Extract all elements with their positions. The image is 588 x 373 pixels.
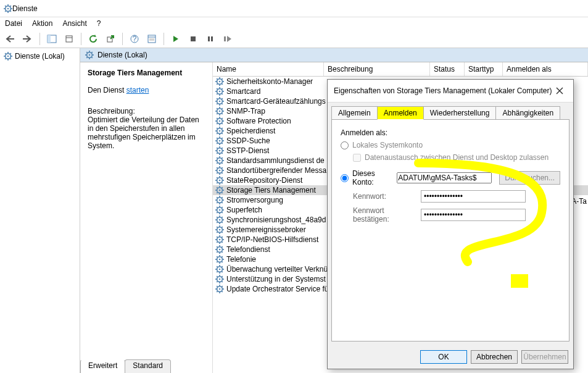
gear-icon <box>215 136 224 145</box>
logon-as-label: Anmelden als: <box>341 128 560 137</box>
gear-icon <box>215 255 224 264</box>
forward-button[interactable] <box>21 32 35 46</box>
gear-icon <box>215 245 224 254</box>
checkbox-allow-desktop: Datenaustausch zwischen Dienst und Deskt… <box>353 153 560 162</box>
restart-service-button[interactable] <box>221 32 234 46</box>
browse-button[interactable]: Durchsuchen... <box>499 171 560 185</box>
truncated-logon-cell: A-Ta <box>571 197 587 206</box>
back-button[interactable] <box>4 32 17 46</box>
gear-icon <box>215 285 224 293</box>
tab-general[interactable]: Allgemein <box>331 106 378 120</box>
tree-panel: Dienste (Lokal) <box>0 48 80 373</box>
col-name[interactable]: Name <box>213 62 324 76</box>
ok-button[interactable]: OK <box>420 350 467 364</box>
menu-action[interactable]: Aktion <box>32 19 52 28</box>
gear-icon <box>215 87 224 96</box>
properties-big-button[interactable] <box>145 32 159 46</box>
service-name: TCP/IP-NetBIOS-Hilfsdienst <box>226 235 318 244</box>
app-icon <box>4 4 12 13</box>
service-name: SNMP-Trap <box>226 107 265 115</box>
menu-file[interactable]: Datei <box>5 19 22 28</box>
service-name: Smartcard <box>226 87 260 96</box>
service-name: Überwachung verteilter Verknü <box>226 265 328 274</box>
service-name: Stromversorgung <box>226 196 283 204</box>
svg-rect-21 <box>191 36 196 41</box>
apply-button[interactable]: Übernehmen <box>521 350 568 364</box>
svg-rect-27 <box>511 274 528 288</box>
password-input[interactable] <box>421 190 526 203</box>
gear-icon <box>215 235 224 244</box>
service-name: SSTP-Dienst <box>226 146 269 155</box>
toolbar-separator <box>81 33 81 45</box>
description-text: Optimiert die Verteilung der Daten in de… <box>88 115 205 150</box>
show-hide-tree-button[interactable] <box>45 32 59 46</box>
service-name: Software Protection <box>226 117 291 125</box>
gear-icon <box>215 206 224 214</box>
tab-dependencies[interactable]: Abhängigkeiten <box>495 106 560 120</box>
gear-icon <box>215 77 224 86</box>
tab-logon[interactable]: Anmelden <box>377 106 424 120</box>
stop-service-button[interactable] <box>186 32 200 46</box>
account-input[interactable] <box>397 172 492 183</box>
service-name: Standardsammlungsdienst de <box>226 156 325 165</box>
service-name: Update Orchestrator Service fü <box>226 285 328 293</box>
radio-local-system[interactable]: Lokales Systemkonto <box>341 141 560 149</box>
selected-service-name: Storage Tiers Management <box>88 69 205 77</box>
tab-recovery[interactable]: Wiederherstellung <box>423 106 497 120</box>
pause-service-button[interactable] <box>204 32 217 46</box>
tree-root-item[interactable]: Dienste (Lokal) <box>2 51 77 62</box>
svg-text:?: ? <box>133 35 137 43</box>
menu-bar: Datei Aktion Ansicht ? <box>0 17 588 30</box>
col-startup[interactable]: Starttyp <box>465 62 503 76</box>
service-name: StateRepository-Dienst <box>226 176 302 185</box>
toolbar-separator <box>164 33 164 45</box>
gear-icon <box>215 127 224 135</box>
gear-icon <box>215 186 224 195</box>
gear-icon <box>215 156 224 165</box>
tab-standard[interactable]: Standard <box>125 359 171 373</box>
radio-local-system-input[interactable] <box>341 141 349 149</box>
service-name: Unterstützung in der Systemst <box>226 275 326 283</box>
start-prefix: Den Dienst <box>88 86 126 94</box>
start-service-line: Den Dienst starten <box>88 86 205 94</box>
radio-local-system-label: Lokales Systemkonto <box>352 141 423 149</box>
dialog-title: Eigenschaften von Storage Tiers Manageme… <box>334 86 552 95</box>
menu-help[interactable]: ? <box>97 19 101 28</box>
help-button[interactable]: ? <box>128 32 141 46</box>
service-name: SSDP-Suche <box>226 136 270 145</box>
cancel-button[interactable]: Abbrechen <box>471 350 518 364</box>
col-status[interactable]: Status <box>430 62 465 76</box>
gear-icon <box>215 225 224 234</box>
password-confirm-label: Kennwort bestätigen: <box>353 206 421 224</box>
toolbar-separator <box>39 33 40 45</box>
col-desc[interactable]: Beschreibung <box>324 62 430 76</box>
description-label: Beschreibung: <box>88 107 205 115</box>
col-logon[interactable]: Anmelden als <box>503 62 588 76</box>
window-titlebar: Dienste <box>0 0 588 17</box>
gear-icon <box>85 51 94 59</box>
refresh-button[interactable] <box>86 32 100 46</box>
service-name: Sicherheitskonto-Manager <box>226 77 313 86</box>
password-row: Kennwort: <box>341 190 560 203</box>
gear-icon <box>215 196 224 204</box>
gear-icon <box>215 97 224 106</box>
start-service-button[interactable] <box>169 32 183 46</box>
gear-icon <box>215 146 224 155</box>
menu-view[interactable]: Ansicht <box>62 19 86 28</box>
password-label: Kennwort: <box>353 192 421 201</box>
start-service-link[interactable]: starten <box>126 86 149 94</box>
service-name: Storage Tiers Management <box>226 186 316 195</box>
gear-icon <box>215 265 224 274</box>
properties-dialog: Eigenschaften von Storage Tiers Manageme… <box>327 79 574 369</box>
toolbar-separator <box>122 33 123 45</box>
properties-button[interactable] <box>62 32 76 46</box>
password-confirm-input[interactable] <box>421 209 526 221</box>
svg-rect-24 <box>224 36 226 41</box>
tab-extended[interactable]: Erweitert <box>80 359 125 373</box>
radio-this-account[interactable]: Dieses Konto: Durchsuchen... <box>341 169 560 186</box>
export-button[interactable] <box>104 32 117 46</box>
gear-icon <box>4 52 12 61</box>
tree-root-label: Dienste (Lokal) <box>15 52 65 61</box>
radio-this-account-input[interactable] <box>341 174 349 182</box>
close-button[interactable] <box>552 83 567 98</box>
